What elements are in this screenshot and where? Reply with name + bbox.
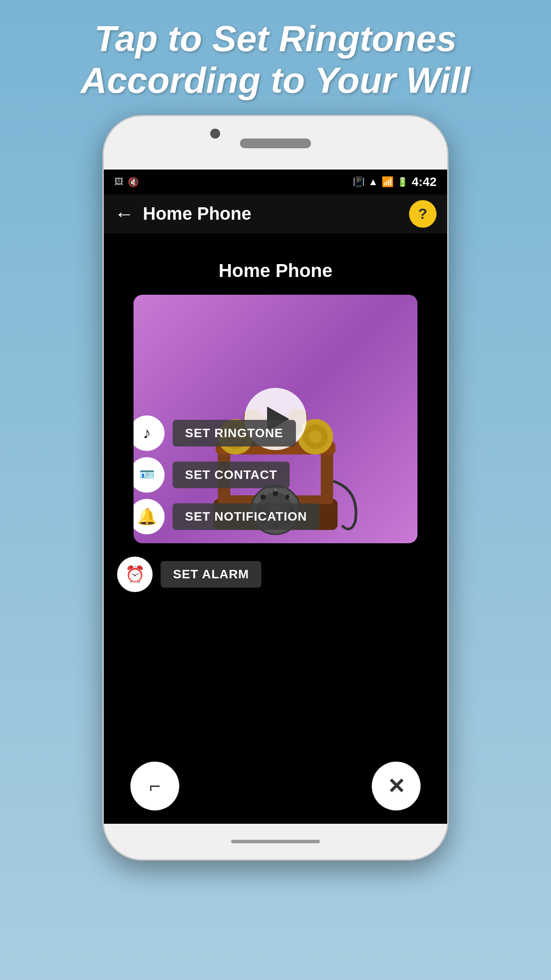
status-left-icons: 🖼 🔇 [114, 177, 139, 187]
close-icon: ✕ [387, 774, 405, 798]
top-title-text: Tap to Set Ringtones According to Your W… [27, 18, 524, 102]
set-contact-row: 🪪 SET CONTACT [134, 457, 319, 493]
overlay-actions: ♪ SET RINGTONE 🪪 SET CONTACT 🔔 [134, 415, 319, 534]
app-header: ← Home Phone ? [104, 194, 447, 233]
screen: 🖼 🔇 📳 ▲ 📶 🔋 4:42 ← Home Phone ? Home Pho… [104, 170, 447, 824]
ringtone-title: Home Phone [219, 260, 333, 281]
ringtone-image-container: 1 2 3 4 ♪ SET RINGTONE [134, 295, 417, 543]
contact-icon: 🪪 [139, 467, 155, 482]
corner-bracket-icon: ⌐ [149, 776, 161, 796]
set-alarm-circle-btn[interactable]: ⏰ [117, 557, 153, 592]
speaker-grille [240, 138, 311, 148]
top-banner: Tap to Set Ringtones According to Your W… [0, 0, 551, 115]
set-notification-row: 🔔 SET NOTIFICATION [134, 499, 319, 534]
music-icon: ♪ [143, 424, 151, 443]
set-contact-circle-btn[interactable]: 🪪 [134, 457, 165, 493]
header-title: Home Phone [143, 204, 251, 224]
close-button[interactable]: ✕ [372, 762, 421, 810]
set-contact-label[interactable]: SET CONTACT [173, 462, 290, 488]
set-ringtone-circle-btn[interactable]: ♪ [134, 415, 165, 451]
signal-icon: 📶 [382, 176, 394, 188]
set-ringtone-row: ♪ SET RINGTONE [134, 415, 319, 451]
set-ringtone-label[interactable]: SET RINGTONE [173, 420, 296, 447]
set-notification-label[interactable]: SET NOTIFICATION [173, 503, 319, 530]
notification-icon-2: 🔇 [128, 177, 139, 187]
wifi-icon: ▲ [368, 176, 378, 188]
front-camera [210, 129, 220, 138]
set-alarm-row: ⏰ SET ALARM [117, 557, 434, 592]
outside-action-buttons: ⏰ SET ALARM [104, 543, 447, 601]
home-indicator [231, 840, 320, 843]
help-button[interactable]: ? [409, 200, 437, 228]
back-button[interactable]: ← [114, 203, 134, 225]
vibrate-icon: 📳 [353, 176, 365, 188]
alarm-icon: ⏰ [125, 565, 145, 584]
notification-icon-1: 🖼 [114, 177, 123, 187]
phone-frame: 🖼 🔇 📳 ▲ 📶 🔋 4:42 ← Home Phone ? Home Pho… [102, 115, 449, 861]
bottom-buttons: ⌐ ✕ [104, 748, 447, 824]
corner-bracket-button[interactable]: ⌐ [130, 762, 179, 810]
phone-top-area [104, 116, 447, 170]
bell-icon: 🔔 [137, 507, 157, 526]
help-icon: ? [418, 205, 428, 222]
status-bar: 🖼 🔇 📳 ▲ 📶 🔋 4:42 [104, 170, 447, 194]
status-time: 4:42 [412, 175, 437, 189]
set-alarm-label[interactable]: SET ALARM [161, 561, 261, 588]
battery-icon: 🔋 [397, 177, 408, 187]
phone-bottom-area [104, 824, 447, 859]
status-right-icons: 📳 ▲ 📶 🔋 4:42 [353, 175, 437, 189]
set-notification-circle-btn[interactable]: 🔔 [134, 499, 165, 534]
main-content: Home Phone [104, 233, 447, 824]
